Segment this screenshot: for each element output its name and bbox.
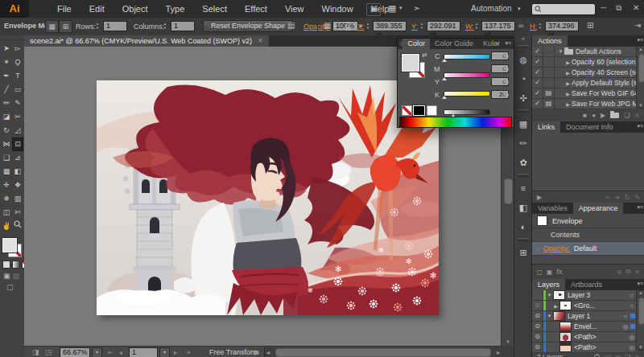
vertical-scroll-thumb[interactable]	[504, 178, 513, 204]
add-effect-icon[interactable]: fx.	[556, 268, 564, 276]
update-link-icon[interactable]: ↻	[625, 194, 630, 201]
color-mode-icon[interactable]	[2, 261, 10, 269]
scroll-up-icon[interactable]: ▲	[637, 290, 644, 295]
actions-scrollbar[interactable]: ▲ ▼	[636, 47, 644, 108]
rectangle-tool[interactable]: ▭	[12, 83, 23, 96]
color-panel-menu-icon[interactable]: ▾≡	[505, 40, 511, 47]
pen-tool[interactable]: ✒	[1, 69, 12, 83]
tab-color-guide[interactable]: Color Guide	[430, 39, 478, 49]
duplicate-row-icon[interactable]: ▣	[547, 269, 553, 276]
horizontal-scrollbar[interactable]: ◂ ▸	[264, 347, 502, 357]
expand-down-icon[interactable]: ▼	[546, 314, 553, 318]
restore-button[interactable]: ⧉	[616, 3, 621, 13]
scroll-right-icon[interactable]: ▸	[497, 349, 500, 356]
cs-live-icon[interactable]: ➣	[413, 3, 420, 14]
menu-file[interactable]: File	[48, 0, 80, 18]
h-field[interactable]: 374.296 pt	[545, 21, 579, 31]
action-check-icon[interactable]: ✓	[532, 78, 543, 88]
yellow-slider[interactable]	[444, 91, 490, 96]
columns-stepper[interactable]	[163, 21, 169, 31]
action-row[interactable]: ✓ ▼ Default Actions	[532, 47, 637, 57]
previous-artboard-icon[interactable]: ◂	[119, 349, 122, 356]
expand-down-icon[interactable]: ▼	[557, 49, 564, 54]
layer-row[interactable]: ⊙ ▼ Layer 1 ○	[532, 311, 637, 322]
action-set-label[interactable]: Default Actions	[576, 47, 621, 55]
scroll-up-icon[interactable]: ▲	[637, 47, 644, 51]
expand-down-icon[interactable]: ▼	[546, 293, 553, 298]
artboard-number-field[interactable]: 1	[129, 347, 158, 357]
layer-row[interactable]: ⊙ Envel... ◎	[532, 322, 637, 332]
width-tool[interactable]: ⋈	[1, 137, 12, 151]
menu-edit[interactable]: Edit	[80, 0, 114, 18]
layer-row[interactable]: ⊙ <Path> ◎	[532, 332, 637, 343]
expand-right-icon[interactable]: ▶	[564, 101, 572, 107]
action-row[interactable]: ✓ ▶ Opacity 60 (selection)	[532, 57, 637, 68]
white-swatch[interactable]	[427, 105, 437, 116]
layer-name[interactable]: Layer 3	[568, 291, 627, 299]
relink-icon[interactable]: ∞	[605, 194, 609, 201]
column-graph-tool[interactable]: ▥	[12, 192, 23, 206]
document-tab[interactable]: scene2.ai* @ 66.67% (CMYK/Preview/U.S. W…	[24, 35, 269, 47]
gradient-tool[interactable]: ◧	[12, 165, 23, 178]
magenta-slider[interactable]	[444, 72, 490, 78]
layers-panel-menu-icon[interactable]: ▾≡	[637, 281, 643, 287]
dock-grip[interactable]	[518, 238, 529, 241]
layer-name[interactable]: <Path>	[574, 333, 627, 341]
tab-document-info[interactable]: Document Info	[560, 121, 619, 133]
gradient-panel-icon[interactable]: ◧	[514, 198, 532, 217]
appearance-row-envelope[interactable]: Envelope	[532, 214, 644, 228]
play-action-icon[interactable]: ▶	[601, 112, 605, 119]
fill-proxy-swatch[interactable]	[402, 54, 419, 72]
action-check-icon[interactable]: ✓	[532, 57, 543, 67]
action-label[interactable]: Opacity 40 Screen (selection)	[572, 68, 637, 76]
edit-contents-icon[interactable]: ⊞	[59, 20, 72, 33]
search-input[interactable]	[531, 3, 596, 15]
edit-original-icon[interactable]: ✎	[634, 194, 640, 201]
select-similar-dropdown-icon[interactable]: ▾	[333, 23, 336, 29]
y-label[interactable]: Y:	[411, 23, 418, 31]
visibility-toggle[interactable]	[532, 290, 543, 300]
perspective-grid-tool[interactable]: ⊿	[12, 151, 23, 165]
visibility-toggle[interactable]: ⊙	[532, 311, 543, 321]
magic-wand-tool[interactable]: ✶	[1, 55, 12, 69]
locate-object-icon[interactable]	[594, 354, 601, 357]
actions-scroll-thumb[interactable]	[638, 54, 644, 83]
visibility-toggle[interactable]: ⊙	[532, 343, 543, 352]
collapse-panel-icon[interactable]: »	[496, 40, 499, 47]
dock-grip[interactable]	[518, 109, 529, 113]
draw-normal-icon[interactable]: ▣	[3, 272, 10, 280]
scale-tool[interactable]: ◿	[12, 124, 23, 137]
new-sublayer-icon[interactable]: ⊞	[615, 354, 621, 357]
reset-envelope-shape-button[interactable]: Reset Envelope Shape	[203, 20, 293, 32]
lasso-tool[interactable]: Ϙ	[12, 55, 23, 69]
x-stepper[interactable]	[366, 21, 372, 31]
bridge-icon[interactable]: ▣	[366, 3, 381, 16]
expand-right-icon[interactable]: ▶	[564, 70, 572, 76]
scroll-down-icon[interactable]: ▼	[502, 339, 514, 344]
action-label[interactable]: Opacity 60 (selection)	[572, 58, 637, 66]
layer-name[interactable]: Envel...	[574, 322, 621, 330]
workspace-dropdown-icon[interactable]: ▾	[518, 6, 521, 12]
status-frames-icon[interactable]: ◨	[32, 348, 39, 356]
scroll-left-icon[interactable]: ◂	[266, 349, 270, 356]
slider-thumb[interactable]	[442, 96, 447, 99]
action-dialog-icon[interactable]: ▤	[543, 99, 555, 109]
action-check-icon[interactable]: ✓	[532, 99, 543, 109]
arrange-documents-dropdown-icon[interactable]: ▾	[399, 5, 402, 11]
y-field[interactable]: 292.091 pt	[427, 21, 460, 31]
gradient-mode-icon[interactable]	[12, 261, 20, 269]
stop-recording-icon[interactable]: ■	[583, 112, 587, 119]
constrain-proportions-icon[interactable]: ∞	[518, 22, 523, 30]
delete-action-icon[interactable]: ✕	[634, 112, 640, 119]
rotate-tool[interactable]: ↻	[1, 124, 12, 137]
w-stepper[interactable]	[475, 21, 481, 31]
blob-brush-tool[interactable]: ◪	[1, 110, 12, 124]
horizontal-scroll-thumb[interactable]	[275, 348, 491, 357]
layers-scrollbar[interactable]: ▲ ▼	[636, 290, 644, 350]
pencil-tool[interactable]: ✎	[12, 96, 23, 110]
actions-panel-menu-icon[interactable]: ▾≡	[637, 37, 643, 43]
transparency-panel-icon[interactable]: ◐	[514, 217, 532, 236]
artboard[interactable]: ✻ ✻ ✻ ✻ ✻	[97, 80, 439, 315]
show-link-info-icon[interactable]: ▶	[537, 194, 542, 201]
edit-envelope-icon[interactable]: ▦	[45, 20, 59, 33]
